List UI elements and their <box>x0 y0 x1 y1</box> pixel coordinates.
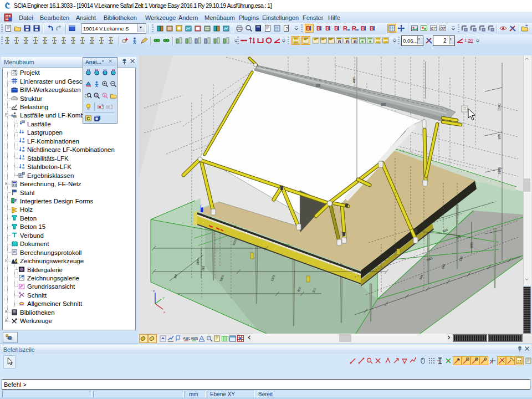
svg-text:x: x <box>163 310 165 314</box>
svg-text:5935: 5935 <box>470 242 473 248</box>
svg-text:?: ? <box>285 26 288 32</box>
svg-text:385: 385 <box>498 134 501 140</box>
svg-text:z: z <box>153 289 155 293</box>
svg-text:ABS: ABS <box>191 336 198 340</box>
svg-text:R: R <box>343 25 347 32</box>
svg-text:B: B <box>306 25 310 32</box>
svg-text:07: 07 <box>441 26 446 31</box>
svg-text:1685: 1685 <box>498 167 501 175</box>
svg-text:B: B <box>316 25 321 32</box>
svg-text:B: B <box>325 25 330 32</box>
svg-text:67: 67 <box>431 26 436 31</box>
svg-text:2800: 2800 <box>196 259 200 265</box>
svg-text:R: R <box>352 25 356 32</box>
svg-text:C: C <box>86 116 90 121</box>
svg-text:B: B <box>370 25 374 32</box>
svg-text:Y: Y <box>162 296 165 300</box>
svg-text:1090: 1090 <box>498 103 501 111</box>
svg-text:R: R <box>338 39 341 44</box>
svg-text:ABC: ABC <box>183 336 190 340</box>
svg-text:R: R <box>354 39 357 44</box>
svg-text:F: F <box>14 198 17 203</box>
svg-text:4665: 4665 <box>352 77 356 83</box>
svg-text:B: B <box>361 25 365 32</box>
svg-text:B: B <box>334 25 339 32</box>
svg-text:R: R <box>346 39 349 44</box>
svg-text:900: 900 <box>202 265 205 270</box>
